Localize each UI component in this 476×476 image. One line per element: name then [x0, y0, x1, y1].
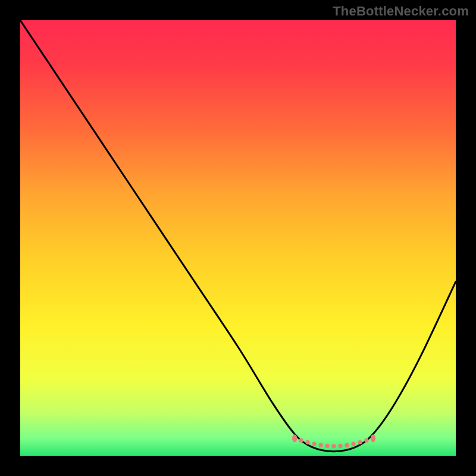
highlight-dot: [358, 440, 362, 444]
highlight-dot: [364, 439, 368, 443]
highlight-dot: [325, 444, 329, 448]
attribution-label: TheBottleNecker.com: [333, 4, 469, 19]
highlight-dot: [318, 443, 322, 447]
chart-frame: TheBottleNecker.com: [0, 0, 476, 476]
highlight-dot: [299, 439, 303, 443]
plot-area: [20, 20, 456, 456]
highlight-dot: [306, 440, 310, 444]
highlight-dot: [331, 444, 336, 448]
highlight-dot: [312, 441, 317, 446]
highlight-dot: [338, 444, 342, 448]
highlight-dot: [371, 434, 375, 442]
highlight-dot: [345, 443, 349, 447]
highlight-dot: [351, 441, 355, 446]
gradient-background: [20, 20, 456, 456]
bottleneck-chart: [20, 20, 456, 456]
highlight-dot: [292, 434, 297, 442]
